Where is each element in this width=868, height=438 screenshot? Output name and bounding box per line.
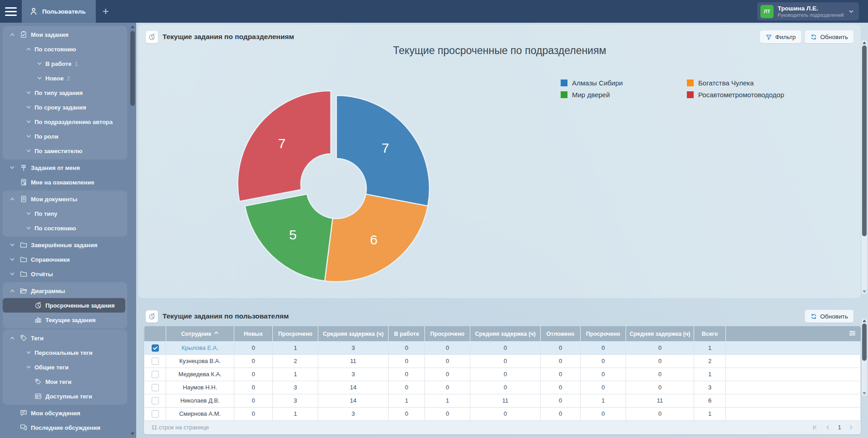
sidebar-item[interactable]: Отчёты [3, 267, 127, 281]
column-header[interactable]: Просрочено [425, 326, 470, 341]
sidebar-item[interactable]: По типу [3, 206, 127, 221]
refresh-button[interactable]: Обновить [805, 310, 853, 323]
column-header[interactable]: Просрочено [581, 326, 626, 341]
scroll-down-icon[interactable] [863, 392, 866, 395]
user-menu[interactable]: ЛТ Трошина Л.Е. Руководитель подразделен… [757, 2, 859, 20]
chevron-down-icon[interactable] [24, 225, 34, 231]
row-checkbox[interactable] [152, 384, 159, 391]
table-scrollbar[interactable] [862, 318, 867, 396]
column-header[interactable]: Средняя задержка (ч) [318, 326, 389, 341]
column-header[interactable]: Новых [234, 326, 273, 341]
chevron-up-icon[interactable] [24, 46, 34, 52]
sidebar-item[interactable]: По роли [3, 129, 127, 144]
chevron-up-icon[interactable] [7, 32, 17, 37]
sidebar-item[interactable]: Персональные теги [3, 345, 127, 360]
legend-item[interactable]: Богатства Чулека [687, 79, 784, 87]
new-tab-button[interactable]: + [96, 0, 116, 23]
sidebar-item[interactable]: Мои теги [3, 374, 127, 389]
table-row[interactable]: Медведева К.А.0130000001 [144, 368, 861, 381]
sidebar-item[interactable]: По подразделению автора [3, 114, 127, 129]
first-page-icon[interactable] [811, 424, 818, 431]
refresh-button[interactable]: Обновить [805, 30, 853, 43]
chevron-down-icon[interactable] [35, 75, 44, 81]
chevron-down-icon[interactable] [24, 90, 34, 95]
column-header[interactable]: Отложено [541, 326, 581, 341]
row-checkbox[interactable] [152, 410, 159, 418]
sidebar-item[interactable]: Общие теги [3, 360, 127, 374]
sidebar-item[interactable]: По сроку задания [3, 100, 127, 114]
sidebar-item[interactable]: Мне на ознакомление [3, 175, 127, 189]
chevron-down-icon[interactable] [7, 271, 17, 277]
chevron-down-icon[interactable] [24, 350, 34, 355]
chevron-down-icon[interactable] [24, 119, 34, 124]
sidebar-item[interactable]: Мои документы [3, 192, 127, 206]
scrollbar-thumb[interactable] [130, 31, 135, 106]
scrollbar-thumb[interactable] [862, 45, 867, 236]
sidebar-item[interactable]: Подписки на уведомления [3, 435, 127, 438]
sidebar-item[interactable]: В работе1 [3, 56, 127, 71]
employee-name[interactable]: Николаев Д.В. [166, 394, 234, 407]
sidebar-item[interactable]: По заместителю [3, 144, 127, 158]
panel-icon-button[interactable] [146, 31, 158, 43]
employee-name[interactable]: Смирнова А.М. [166, 407, 234, 420]
chevron-down-icon[interactable] [24, 134, 34, 139]
legend-item[interactable]: Алмазы Сибири [561, 79, 623, 87]
row-checkbox[interactable] [152, 397, 159, 404]
scrollbar-thumb[interactable] [862, 324, 867, 361]
sidebar-item[interactable]: По состоянию [3, 221, 127, 235]
sidebar-item[interactable]: Последние обсуждения [3, 420, 127, 435]
scroll-up-icon[interactable] [863, 319, 866, 322]
legend-item[interactable]: Росавтометромотовододор [687, 91, 784, 99]
sidebar-item[interactable]: Завершённые задания [3, 238, 127, 252]
sidebar-item[interactable]: Просроченные задания [3, 298, 125, 313]
scroll-up-icon[interactable] [863, 41, 866, 44]
employee-name[interactable]: Наумов Н.Н. [166, 381, 234, 394]
prev-page-icon[interactable] [824, 424, 831, 431]
employee-name[interactable]: Медведева К.А. [166, 368, 234, 381]
column-header[interactable]: Сотрудник [166, 326, 234, 341]
employee-name[interactable]: Крылова Е.А. [166, 341, 234, 354]
row-checkbox[interactable] [152, 358, 159, 365]
chevron-down-icon[interactable] [7, 257, 17, 262]
scroll-down-icon[interactable] [131, 433, 134, 435]
tab-user[interactable]: Пользователь [22, 0, 96, 23]
panel-icon-button[interactable] [146, 310, 158, 323]
sidebar-item[interactable]: Мои задания [3, 27, 127, 42]
sidebar-item[interactable]: Справочники [3, 252, 127, 267]
chevron-down-icon[interactable] [24, 148, 34, 154]
column-header[interactable]: Средняя задержка (ч) [626, 326, 694, 341]
sidebar-item[interactable]: По состоянию [3, 42, 127, 56]
chevron-up-icon[interactable] [7, 288, 17, 294]
table-row[interactable]: Крылова Е.А.0130000001 [144, 341, 861, 354]
scroll-up-icon[interactable] [131, 25, 134, 28]
row-checkbox[interactable] [152, 344, 159, 352]
chevron-down-icon[interactable] [24, 364, 34, 370]
chart-scrollbar[interactable] [862, 40, 867, 294]
column-header[interactable]: Средняя задержка (ч) [470, 326, 541, 341]
sidebar-item[interactable]: Текущие задания [3, 313, 127, 327]
hamburger-menu-icon[interactable] [0, 0, 22, 23]
chevron-up-icon[interactable] [7, 335, 17, 341]
employee-name[interactable]: Кузнецова В.А. [166, 354, 234, 368]
sidebar-item[interactable]: Новое2 [3, 71, 127, 85]
filter-button[interactable]: Фильтр [760, 30, 801, 43]
chevron-down-icon[interactable] [24, 105, 34, 110]
sidebar-item[interactable]: Задания от меня [3, 160, 127, 175]
sidebar-scrollbar[interactable] [130, 25, 135, 436]
sidebar-item[interactable]: Диаграммы [3, 284, 127, 298]
legend-item[interactable]: Мир дверей [561, 91, 623, 99]
chevron-down-icon[interactable] [7, 165, 17, 170]
chevron-down-icon[interactable] [24, 211, 34, 216]
sidebar-item[interactable]: По типу задания [3, 85, 127, 100]
sidebar-item[interactable]: Мои обсуждения [3, 406, 127, 420]
sidebar-item[interactable]: Доступные теги [3, 389, 127, 403]
table-row[interactable]: Наумов Н.Н.03140000003 [144, 381, 861, 394]
scroll-down-icon[interactable] [863, 290, 866, 293]
table-row[interactable]: Николаев Д.В.0314111101116 [144, 394, 861, 407]
table-row[interactable]: Смирнова А.М.0130000001 [144, 407, 861, 420]
column-header[interactable]: В работе [389, 326, 425, 341]
column-header[interactable]: Просрочено [273, 326, 318, 341]
chevron-down-icon[interactable] [7, 242, 17, 248]
chevron-up-icon[interactable] [7, 196, 17, 202]
column-settings-icon[interactable] [848, 329, 856, 337]
